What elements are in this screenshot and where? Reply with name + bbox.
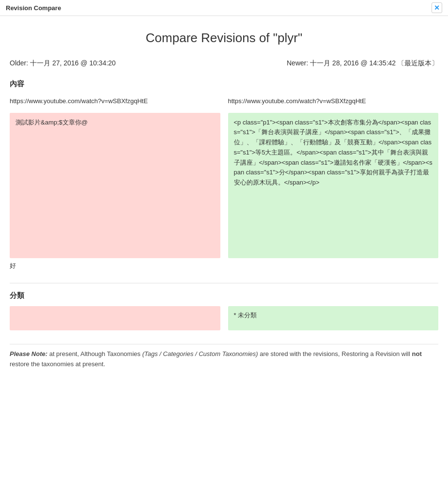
- dialog-body: Compare Revisions of "plyr" Older: 十一月 2…: [0, 16, 448, 496]
- older-taxonomy-col: [10, 306, 220, 330]
- note-middle-text: are stored with the revisions, Restoring…: [258, 350, 412, 357]
- taxonomy-section-label: 分類: [10, 291, 438, 300]
- older-url: https://www.youtube.com/watch?v=wSBXfzgq…: [10, 94, 220, 108]
- dialog-titlebar: Revision Compare ✕: [0, 0, 448, 16]
- dialog-container: Revision Compare ✕ Compare Revisions of …: [0, 0, 448, 496]
- note-suffix-text: restore the taxonomies at present.: [10, 360, 105, 368]
- note-prefix-text: at present, Although Taxonomies: [47, 350, 142, 357]
- note-bold-text: not: [412, 350, 422, 357]
- meta-row: Older: 十一月 27, 2016 @ 10:34:20 Newer: 十一…: [10, 59, 438, 68]
- newer-url: https://www.youtube.com/watch?v=wSBXfzgq…: [228, 94, 439, 108]
- newer-taxonomy-box: * 未分類: [228, 306, 439, 330]
- section-divider: [10, 283, 438, 283]
- newer-content: <p class="p1"><span class="s1">本次創客市集分為<…: [228, 113, 439, 258]
- newer-taxonomy-text: * 未分類: [234, 311, 257, 319]
- older-footer: 好: [10, 258, 220, 274]
- note-italic-text: (Tags / Categories / Custom Taxonomies): [142, 350, 258, 357]
- newer-column: https://www.youtube.com/watch?v=wSBXfzgq…: [228, 94, 439, 273]
- older-column: https://www.youtube.com/watch?v=wSBXfzgq…: [10, 94, 220, 273]
- older-date: Older: 十一月 27, 2016 @ 10:34:20: [10, 59, 116, 68]
- content-section-label: 內容: [10, 79, 438, 89]
- note-prefix-label: Please Note:: [10, 350, 47, 357]
- newer-date: Newer: 十一月 28, 2016 @ 14:35:42 〔最近版本〕: [287, 59, 438, 68]
- taxonomy-compare: * 未分類: [10, 306, 438, 330]
- page-title: Compare Revisions of "plyr": [10, 31, 438, 46]
- close-button[interactable]: ✕: [432, 2, 442, 13]
- older-taxonomy-box: [10, 306, 220, 330]
- note-section: Please Note: at present, Although Taxono…: [10, 344, 438, 370]
- dialog-title: Revision Compare: [6, 4, 61, 12]
- content-compare-columns: https://www.youtube.com/watch?v=wSBXfzgq…: [10, 94, 438, 273]
- newer-taxonomy-col: * 未分類: [228, 306, 439, 330]
- older-content: 測試影片&amp;$文章你@: [10, 113, 220, 258]
